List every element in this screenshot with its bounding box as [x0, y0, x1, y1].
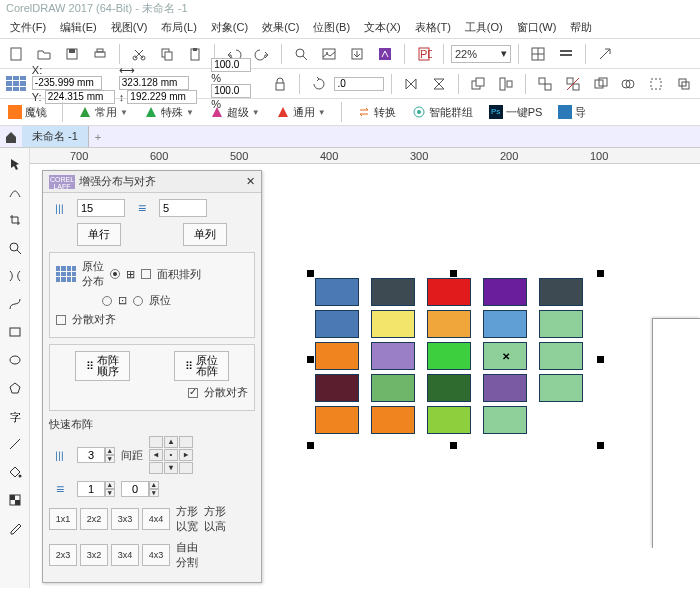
line-tool-icon[interactable] [5, 434, 25, 454]
v-spacing-input[interactable] [159, 199, 207, 217]
color-swatch[interactable] [315, 406, 359, 434]
color-swatch[interactable] [539, 342, 583, 370]
combine-icon[interactable] [589, 72, 613, 96]
chk-scatter1[interactable] [56, 315, 66, 325]
color-swatch[interactable] [371, 342, 415, 370]
color-swatch[interactable] [539, 310, 583, 338]
plugin-special[interactable]: 特殊▼ [140, 103, 198, 122]
cut-icon[interactable] [127, 42, 151, 66]
color-swatch[interactable] [371, 310, 415, 338]
chk-scatter2[interactable] [188, 388, 198, 398]
height-input[interactable] [127, 90, 197, 104]
plugin-general[interactable]: 通用▼ [272, 103, 330, 122]
zoom-tool-icon[interactable] [5, 238, 25, 258]
chk-area[interactable] [141, 269, 151, 279]
menu-layout[interactable]: 布局(L) [161, 20, 196, 36]
grid-4x4[interactable]: 4x4 [142, 508, 170, 530]
color-swatch[interactable] [483, 310, 527, 338]
trim-icon[interactable] [644, 72, 668, 96]
color-swatch[interactable] [427, 342, 471, 370]
color-swatch[interactable] [315, 278, 359, 306]
color-swatch[interactable] [371, 406, 415, 434]
launch-icon[interactable] [593, 42, 617, 66]
selection-handle-nw[interactable] [307, 270, 314, 277]
scale-y-input[interactable] [211, 84, 251, 98]
snap-icon[interactable] [526, 42, 550, 66]
color-swatch[interactable] [371, 374, 415, 402]
grid-distribute-icon[interactable] [56, 266, 76, 282]
gap-spinner[interactable]: ▴▾ [121, 481, 159, 497]
color-swatch[interactable] [427, 310, 471, 338]
save-icon[interactable] [60, 42, 84, 66]
doc-tab[interactable]: 未命名 -1 [22, 126, 89, 147]
single-col-button[interactable]: 单列 [183, 223, 227, 246]
align-icon[interactable] [494, 72, 518, 96]
menu-tools[interactable]: 工具(O) [465, 20, 503, 36]
menu-text[interactable]: 文本(X) [364, 20, 401, 36]
copy-icon[interactable] [155, 42, 179, 66]
menu-help[interactable]: 帮助 [570, 20, 592, 36]
rotation-input[interactable] [334, 77, 384, 91]
align-distribute-docker[interactable]: CORELLAFF 增强分布与对齐 ✕ ⫼ ≡ 单行 单列 [42, 170, 262, 583]
mirror-v-icon[interactable] [427, 72, 451, 96]
selection-handle-se[interactable] [597, 442, 604, 449]
free-split-button[interactable]: 自由 分割 [176, 540, 198, 570]
color-swatch[interactable] [315, 310, 359, 338]
shape-tool-icon[interactable] [5, 182, 25, 202]
close-icon[interactable]: ✕ [246, 175, 255, 188]
color-swatch[interactable] [539, 278, 583, 306]
selection-handle-n[interactable] [450, 270, 457, 277]
menu-edit[interactable]: 编辑(E) [60, 20, 97, 36]
color-swatch[interactable] [539, 374, 583, 402]
grid-3x2[interactable]: 3x2 [80, 544, 108, 566]
single-row-button[interactable]: 单行 [77, 223, 121, 246]
color-swatch[interactable] [315, 374, 359, 402]
grid-3x4[interactable]: 3x4 [111, 544, 139, 566]
polygon-tool-icon[interactable] [5, 378, 25, 398]
anchor-grid-icon[interactable] [4, 72, 28, 96]
export-plugin-button[interactable]: 导 [554, 103, 590, 122]
print-icon[interactable] [88, 42, 112, 66]
pos-y-input[interactable] [45, 90, 115, 104]
mojing-button[interactable]: 魔镜 [4, 103, 51, 122]
canvas-area[interactable]: 700 600 500 400 300 200 100 CORELLAFF 增强… [30, 148, 700, 588]
menu-view[interactable]: 视图(V) [111, 20, 148, 36]
radio-original[interactable] [133, 296, 143, 306]
scale-x-input[interactable] [211, 58, 251, 72]
grid-2x3[interactable]: 2x3 [49, 544, 77, 566]
smartgroup-button[interactable]: 智能群组 [408, 103, 477, 122]
original-array-button[interactable]: ⠿原位 布阵 [174, 351, 229, 381]
direction-pad[interactable]: ▴◂•▸▾ [149, 436, 193, 474]
order-front-icon[interactable] [466, 72, 490, 96]
curve-tool-icon[interactable] [5, 294, 25, 314]
rotate-icon[interactable] [307, 72, 331, 96]
menu-window[interactable]: 窗口(W) [517, 20, 557, 36]
plugin-super[interactable]: 超级▼ [206, 103, 264, 122]
selection-handle-s[interactable] [450, 442, 457, 449]
options-icon[interactable] [554, 42, 578, 66]
add-tab-button[interactable]: + [89, 131, 107, 143]
group-icon[interactable] [533, 72, 557, 96]
grid-4x3[interactable]: 4x3 [142, 544, 170, 566]
plugin-common[interactable]: 常用▼ [74, 103, 132, 122]
home-icon[interactable] [0, 125, 22, 149]
array-order-button[interactable]: ⠿布阵 顺序 [75, 351, 130, 381]
ungroup-icon[interactable] [561, 72, 585, 96]
grid-3x3[interactable]: 3x3 [111, 508, 139, 530]
menu-object[interactable]: 对象(C) [211, 20, 248, 36]
color-swatch[interactable] [483, 278, 527, 306]
oneclick-ps-button[interactable]: Ps一键PS [485, 103, 547, 122]
color-swatch[interactable] [427, 278, 471, 306]
pdf-icon[interactable]: PDF [412, 42, 436, 66]
transparency-tool-icon[interactable] [5, 490, 25, 510]
open-icon[interactable] [32, 42, 56, 66]
zoom-select[interactable]: 22%▾ [451, 45, 511, 63]
color-swatch[interactable] [371, 278, 415, 306]
color-swatch[interactable]: ✕ [483, 342, 527, 370]
color-swatch[interactable] [427, 406, 471, 434]
grid-2x2[interactable]: 2x2 [80, 508, 108, 530]
text-tool-icon[interactable]: 字 [5, 406, 25, 426]
search-icon[interactable] [289, 42, 313, 66]
h-count-spinner[interactable]: ▴▾ [77, 447, 115, 463]
width-input[interactable] [119, 76, 189, 90]
